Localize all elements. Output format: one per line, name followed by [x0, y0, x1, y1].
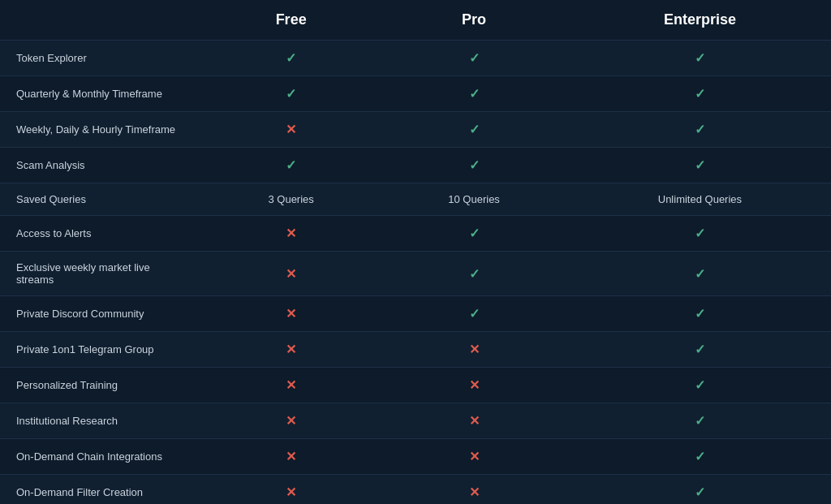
cross-icon: ✕	[286, 378, 296, 392]
feature-cell: Private Discord Community	[0, 296, 203, 332]
free-cell: ✕	[203, 252, 379, 296]
table-row: Private 1on1 Telegram Group✕✕✓	[0, 332, 831, 368]
pro-cell: ✕	[379, 332, 569, 368]
enterprise-cell: ✓	[569, 41, 831, 76]
pro-cell: ✓	[379, 41, 569, 76]
table-row: Quarterly & Monthly Timeframe✓✓✓	[0, 76, 831, 112]
cross-icon: ✕	[286, 267, 296, 281]
check-icon: ✓	[695, 307, 705, 321]
table-row: Token Explorer✓✓✓	[0, 41, 831, 76]
free-cell: ✓	[203, 148, 379, 183]
table-row: On-Demand Filter Creation✕✕✓	[0, 475, 831, 505]
check-icon: ✓	[286, 158, 296, 172]
pro-cell: ✓	[379, 112, 569, 148]
enterprise-cell: ✓	[569, 332, 831, 368]
feature-cell: On-Demand Chain Integrations	[0, 439, 203, 475]
table-row: Saved Queries3 Queries10 QueriesUnlimite…	[0, 183, 831, 216]
cross-icon: ✕	[286, 342, 296, 356]
free-cell: ✕	[203, 296, 379, 332]
enterprise-cell: ✓	[569, 439, 831, 475]
pro-cell: ✓	[379, 148, 569, 183]
table-row: On-Demand Chain Integrations✕✕✓	[0, 439, 831, 475]
free-cell: ✕	[203, 475, 379, 505]
cross-icon: ✕	[469, 450, 480, 463]
check-icon: ✓	[695, 414, 705, 428]
feature-cell: Token Explorer	[0, 41, 203, 76]
feature-cell: Saved Queries	[0, 183, 203, 216]
free-cell: ✕	[203, 332, 379, 368]
pro-cell: ✕	[379, 475, 569, 505]
feature-cell: Institutional Research	[0, 403, 203, 439]
enterprise-cell: Unlimited Queries	[569, 183, 831, 216]
table-row: Access to Alerts✕✓✓	[0, 216, 831, 252]
pro-cell: ✓	[379, 296, 569, 332]
cross-icon: ✕	[286, 307, 296, 321]
enterprise-cell: ✓	[569, 252, 831, 296]
check-icon: ✓	[469, 158, 480, 172]
query-count-text: Unlimited Queries	[658, 193, 742, 205]
free-cell: ✕	[203, 216, 379, 252]
pro-cell: ✕	[379, 368, 569, 403]
check-icon: ✓	[469, 307, 480, 321]
check-icon: ✓	[695, 123, 705, 136]
check-icon: ✓	[695, 158, 705, 172]
pricing-table: Free Pro Enterprise Token Explorer✓✓✓Qua…	[0, 0, 831, 504]
check-icon: ✓	[469, 51, 480, 65]
feature-cell: Weekly, Daily & Hourly Timeframe	[0, 112, 203, 148]
pro-cell: ✕	[379, 439, 569, 475]
feature-column-header	[0, 0, 203, 41]
cross-icon: ✕	[286, 485, 296, 499]
feature-cell: Personalized Training	[0, 368, 203, 403]
table-row: Exclusive weekly market live streams✕✓✓	[0, 252, 831, 296]
table-row: Scam Analysis✓✓✓	[0, 148, 831, 183]
pricing-table-body: Token Explorer✓✓✓Quarterly & Monthly Tim…	[0, 41, 831, 505]
free-cell: ✕	[203, 439, 379, 475]
pro-cell: ✓	[379, 216, 569, 252]
free-cell: ✕	[203, 368, 379, 403]
feature-cell: Scam Analysis	[0, 148, 203, 183]
check-icon: ✓	[695, 378, 705, 392]
free-cell: ✕	[203, 112, 379, 148]
enterprise-cell: ✓	[569, 475, 831, 505]
free-cell: 3 Queries	[203, 183, 379, 216]
enterprise-cell: ✓	[569, 112, 831, 148]
query-count-text: 10 Queries	[448, 193, 500, 205]
free-cell: ✓	[203, 41, 379, 76]
check-icon: ✓	[695, 342, 705, 356]
table-row: Institutional Research✕✕✓	[0, 403, 831, 439]
feature-cell: On-Demand Filter Creation	[0, 475, 203, 505]
enterprise-cell: ✓	[569, 296, 831, 332]
free-column-header: Free	[203, 0, 379, 41]
header-row: Free Pro Enterprise	[0, 0, 831, 41]
check-icon: ✓	[695, 267, 705, 281]
query-count-text: 3 Queries	[268, 193, 313, 205]
feature-cell: Access to Alerts	[0, 216, 203, 252]
check-icon: ✓	[286, 51, 296, 65]
cross-icon: ✕	[469, 378, 480, 392]
cross-icon: ✕	[469, 485, 480, 499]
table-row: Private Discord Community✕✓✓	[0, 296, 831, 332]
cross-icon: ✕	[286, 414, 296, 428]
enterprise-cell: ✓	[569, 216, 831, 252]
check-icon: ✓	[695, 51, 705, 65]
check-icon: ✓	[695, 226, 705, 240]
pro-cell: 10 Queries	[379, 183, 569, 216]
enterprise-cell: ✓	[569, 148, 831, 183]
feature-cell: Quarterly & Monthly Timeframe	[0, 76, 203, 112]
check-icon: ✓	[469, 226, 480, 240]
enterprise-column-header: Enterprise	[569, 0, 831, 41]
check-icon: ✓	[469, 123, 480, 136]
table-row: Personalized Training✕✕✓	[0, 368, 831, 403]
cross-icon: ✕	[469, 414, 480, 428]
free-cell: ✕	[203, 403, 379, 439]
cross-icon: ✕	[286, 450, 296, 463]
check-icon: ✓	[469, 87, 480, 101]
pro-column-header: Pro	[379, 0, 569, 41]
cross-icon: ✕	[286, 123, 296, 136]
check-icon: ✓	[695, 485, 705, 499]
enterprise-cell: ✓	[569, 76, 831, 112]
cross-icon: ✕	[469, 342, 480, 356]
enterprise-cell: ✓	[569, 403, 831, 439]
cross-icon: ✕	[286, 226, 296, 240]
pro-cell: ✕	[379, 403, 569, 439]
